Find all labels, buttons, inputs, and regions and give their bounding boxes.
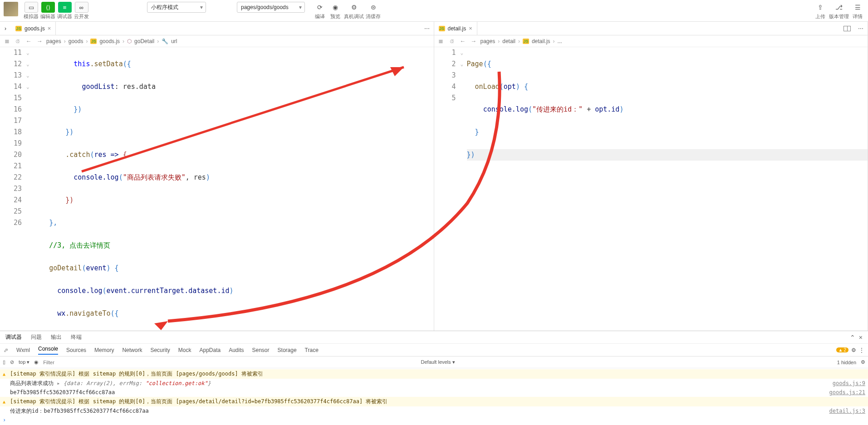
ln: 5 xyxy=(434,93,456,104)
ln: 20 xyxy=(0,149,22,161)
editor-button[interactable]: ⟨⟩ xyxy=(41,2,55,13)
main-toolbar: ▭ 模拟器 ⟨⟩ 编辑器 ≡ 调试器 ∞ 云开发 小程序模式 pages/goo… xyxy=(0,0,868,22)
tab-more[interactable]: ⋯ xyxy=(420,22,434,35)
console-msg: [sitemap 索引情况提示] 根据 sitemap 的规则[0]，当前页面 … xyxy=(10,369,865,379)
dtab-memory[interactable]: Memory xyxy=(94,347,114,353)
avatar[interactable] xyxy=(4,2,18,16)
ln: 4 xyxy=(434,81,456,93)
close-icon[interactable]: × xyxy=(859,334,863,341)
tab-detail-js[interactable]: JS detail.js × xyxy=(434,22,477,35)
details-icon[interactable]: ☰ xyxy=(851,2,864,13)
back-icon[interactable]: ← xyxy=(459,38,467,44)
js-icon: JS xyxy=(15,26,22,31)
page-select[interactable]: pages/goods/goods xyxy=(237,2,305,13)
bc-prop[interactable]: url xyxy=(171,38,177,44)
btab-debugger[interactable]: 调试器 xyxy=(5,333,22,341)
settings-icon[interactable]: ⚙ xyxy=(851,347,856,353)
ln: 21 xyxy=(0,161,22,172)
dtab-storage[interactable]: Storage xyxy=(278,347,297,353)
version-icon[interactable]: ⎇ xyxy=(832,2,846,13)
ln: 23 xyxy=(0,183,22,195)
bookmark-icon[interactable]: ⟃ xyxy=(14,38,22,44)
dtab-trace[interactable]: Trace xyxy=(305,347,319,353)
dtab-security[interactable]: Security xyxy=(150,347,170,353)
preview-label: 预览 xyxy=(330,13,340,20)
real-debug-icon[interactable]: ⚙ xyxy=(347,2,361,13)
inspect-icon[interactable]: ⬀ xyxy=(4,347,8,353)
dtab-sources[interactable]: Sources xyxy=(66,347,86,353)
eye-icon[interactable]: ◉ xyxy=(34,359,39,365)
back-icon[interactable]: ← xyxy=(25,38,33,44)
ln: 14 xyxy=(0,81,22,93)
upload-label: 上传 xyxy=(815,13,825,20)
tab-more[interactable]: ⋯ xyxy=(854,22,868,35)
source-link[interactable]: goods.js:21 xyxy=(829,388,865,397)
bc-more[interactable]: ... xyxy=(558,38,562,44)
dtab-console[interactable]: Console xyxy=(38,346,58,355)
close-icon[interactable]: × xyxy=(48,25,51,32)
dtab-wxml[interactable]: Wxml xyxy=(16,347,30,353)
sidebar-toggle-icon[interactable]: ▯ xyxy=(3,359,5,365)
console-output[interactable]: [sitemap 索引情况提示] 根据 sitemap 的规则[0]，当前页面 … xyxy=(0,368,868,425)
forward-icon[interactable]: → xyxy=(35,38,44,44)
list-icon[interactable]: ≣ xyxy=(3,38,11,44)
dtab-audits[interactable]: Audits xyxy=(229,347,244,353)
debugger-label: 调试器 xyxy=(57,13,72,20)
more-icon[interactable]: ⋮ xyxy=(859,347,864,353)
version-label: 版本管理 xyxy=(829,13,849,20)
btab-output[interactable]: 输出 xyxy=(51,333,62,341)
clear-cache-icon[interactable]: ⊜ xyxy=(367,2,380,13)
chevron-up-icon[interactable]: ⌃ xyxy=(850,334,855,341)
mode-select[interactable]: 小程序模式 xyxy=(147,2,206,13)
dtab-mock[interactable]: Mock xyxy=(178,347,191,353)
clear-console-icon[interactable]: ⊘ xyxy=(10,359,14,365)
simulator-button[interactable]: ▭ xyxy=(25,2,38,13)
bottom-panel: 调试器 问题 输出 终端 ⌃ × ⬀ Wxml Console Sources … xyxy=(0,331,868,425)
console-msg: 商品列表请求成功 {data: Array(2), errMsg: "colle… xyxy=(10,379,833,388)
source-link[interactable]: goods.js:9 xyxy=(833,379,865,388)
split-layout-icon[interactable] xyxy=(840,22,854,35)
preview-icon[interactable]: ◉ xyxy=(329,2,342,13)
tab-gutter-chevron[interactable]: › xyxy=(0,22,11,35)
ln: 2 xyxy=(434,59,456,70)
code-text[interactable]: this.setData({ goodList: res.data }) }) … xyxy=(33,47,434,331)
source-link[interactable]: detail.js:3 xyxy=(829,406,865,415)
tab-label: goods.js xyxy=(25,25,45,32)
details-label: 详情 xyxy=(853,13,863,20)
context-select[interactable]: top ▾ xyxy=(19,359,29,365)
bc-goods[interactable]: goods xyxy=(69,38,83,44)
simulator-label: 模拟器 xyxy=(24,13,39,20)
left-code-area[interactable]: 11 12 13 14 15 16 17 18 19 20 21 22 23 2… xyxy=(0,47,434,331)
dtab-network[interactable]: Network xyxy=(122,347,142,353)
btab-problems[interactable]: 问题 xyxy=(31,333,42,341)
ln: 19 xyxy=(0,138,22,149)
debugger-button[interactable]: ≡ xyxy=(58,2,72,13)
cloud-button[interactable]: ∞ xyxy=(75,2,88,13)
right-code-area[interactable]: 1 2 3 4 5 ⌄⌄ Page({ onLoad(opt) { consol… xyxy=(434,47,868,331)
warning-badge[interactable]: ▲ 2 xyxy=(836,347,848,352)
levels-select[interactable]: Default levels ▾ xyxy=(421,359,455,365)
btab-terminal[interactable]: 终端 xyxy=(71,333,82,341)
close-icon[interactable]: × xyxy=(469,25,472,32)
bc-detail[interactable]: detail xyxy=(502,38,515,44)
forward-icon[interactable]: → xyxy=(470,38,478,44)
compile-icon[interactable]: ⟳ xyxy=(313,2,327,13)
console-msg: [sitemap 索引情况提示] 根据 sitemap 的规则[0]，当前页面 … xyxy=(10,397,865,406)
bc-file[interactable]: detail.js xyxy=(532,38,550,44)
bc-pages[interactable]: pages xyxy=(46,38,61,44)
tab-goods-js[interactable]: JS goods.js × xyxy=(11,22,56,35)
bc-file[interactable]: goods.js xyxy=(99,38,120,44)
dtab-sensor[interactable]: Sensor xyxy=(252,347,270,353)
bookmark-icon[interactable]: ⟃ xyxy=(448,38,456,44)
settings-icon[interactable]: ⚙ xyxy=(861,359,865,365)
upload-icon[interactable]: ⇪ xyxy=(814,2,827,13)
editor-label: 编辑器 xyxy=(40,13,55,20)
bc-fn[interactable]: goDetail xyxy=(134,38,154,44)
filter-input[interactable] xyxy=(43,360,416,365)
bc-pages[interactable]: pages xyxy=(481,38,495,44)
console-msg: be7fb3985ffc53620377f4cf66cc87aa xyxy=(10,388,829,397)
code-text[interactable]: Page({ onLoad(opt) { console.log("传进来的id… xyxy=(467,47,868,331)
dtab-appdata[interactable]: AppData xyxy=(199,347,221,353)
editor-breadcrumb-bar: ≣ ⟃ ← → pages› detail› JS detail.js› ... xyxy=(434,35,868,47)
list-icon[interactable]: ≣ xyxy=(437,38,445,44)
